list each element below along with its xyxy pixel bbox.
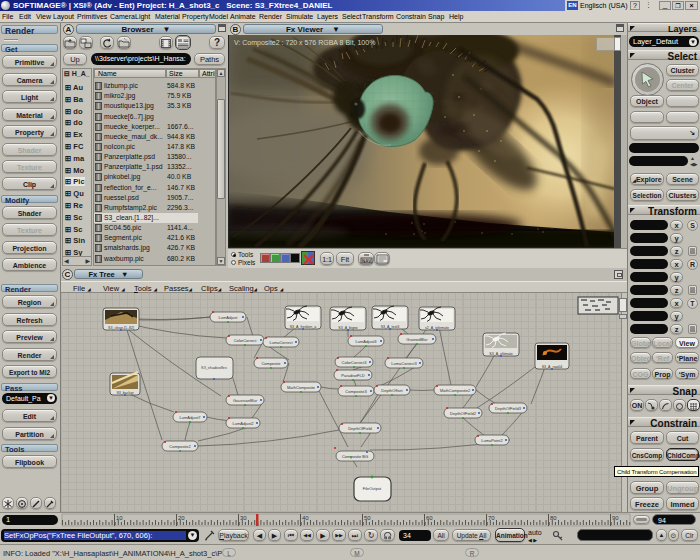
svg-text:S3_A_bigrw: S3_A_bigrw: [338, 326, 358, 330]
svg-text:70: 70: [488, 515, 495, 521]
svg-text:S3_A_ultimate: S3_A_ultimate: [489, 352, 512, 356]
svg-text:S3_clean.[1..82]: S3_clean.[1..82]: [108, 326, 134, 330]
svg-text:S3_A_test3: S3_A_test3: [381, 325, 400, 329]
svg-text:80: 80: [550, 515, 557, 521]
svg-text:Composite2: Composite2: [169, 444, 191, 449]
svg-text:LumaPoint2: LumaPoint2: [481, 438, 503, 443]
svg-text:S3_shadowfles: S3_shadowfles: [201, 366, 227, 370]
svg-text:30: 30: [240, 515, 247, 521]
svg-text:GaussianBlur: GaussianBlur: [233, 398, 258, 403]
svg-text:S3_A_fresken_a: S3_A_fresken_a: [290, 325, 317, 329]
svg-text:S3_backgr: S3_backgr: [116, 391, 134, 395]
svg-text:FileOutput: FileOutput: [363, 486, 382, 491]
svg-text:Composite: Composite: [261, 361, 281, 366]
svg-text:MathComposite: MathComposite: [287, 385, 316, 390]
svg-text:MathComposite2: MathComposite2: [440, 388, 471, 393]
svg-text:ColorCorrect: ColorCorrect: [234, 338, 258, 343]
svg-text:GrainedBlur: GrainedBlur: [406, 337, 428, 342]
svg-text:LumaCorrect3: LumaCorrect3: [391, 361, 417, 366]
svg-text:LumAdjust7: LumAdjust7: [179, 415, 201, 420]
svg-text:40: 40: [302, 515, 309, 521]
svg-text:Composite3: Composite3: [345, 389, 367, 394]
svg-text:Composite BG: Composite BG: [342, 454, 368, 459]
svg-text:ParadiseFLD: ParadiseFLD: [341, 373, 364, 378]
svg-text:DepthOfField: DepthOfField: [348, 426, 372, 431]
svg-text:LumaCorrect: LumaCorrect: [269, 340, 293, 345]
svg-text:NAV: NAV: [362, 259, 371, 264]
svg-text:ColorCorrect3: ColorCorrect3: [342, 360, 368, 365]
svg-text:60: 60: [426, 515, 433, 521]
svg-text:10: 10: [116, 515, 123, 521]
svg-text:LumAdjust2: LumAdjust2: [232, 421, 254, 426]
svg-text:DepthOfField2: DepthOfField2: [450, 411, 477, 416]
svg-text:90: 90: [612, 515, 619, 521]
svg-text:S3_A_raw04: S3_A_raw04: [542, 365, 563, 369]
svg-text:20: 20: [178, 515, 185, 521]
svg-text:LumAdjust: LumAdjust: [219, 315, 239, 320]
svg-text:DepthOffset: DepthOffset: [381, 388, 403, 393]
svg-text:DepthOfField3: DepthOfField3: [495, 406, 522, 411]
svg-text:50: 50: [364, 515, 371, 521]
svg-text:s2_A_telemate: s2_A_telemate: [425, 326, 449, 330]
svg-text:LumAdjust3: LumAdjust3: [355, 339, 377, 344]
